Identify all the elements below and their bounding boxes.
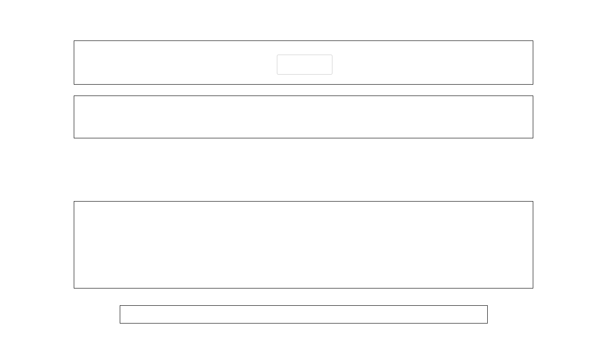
skin-temp-line-swatch [281, 68, 295, 69]
depth-temperature-heatmap [74, 202, 533, 288]
colorbar [120, 306, 487, 323]
air-temp-line-swatch [281, 60, 295, 61]
legend [277, 55, 332, 75]
legend-item-skin-temp [281, 66, 328, 72]
wind-speed-chart [74, 96, 533, 138]
figure [0, 0, 592, 364]
legend-item-air-temp [281, 57, 328, 64]
